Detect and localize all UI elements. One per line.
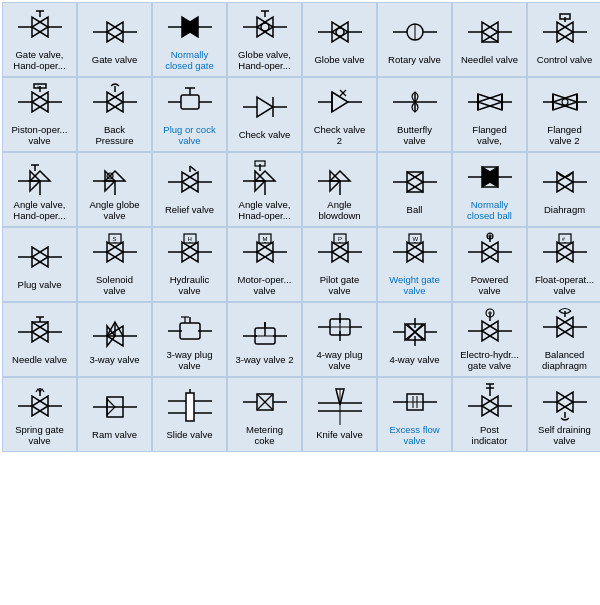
cell-check-valve: Check valve [227,77,302,152]
svg-marker-8 [107,22,123,42]
cell-plug-or-cock: Plug or cock valve [152,77,227,152]
svg-marker-81 [553,94,577,110]
svg-text:M: M [262,236,267,242]
svg-marker-231 [557,317,573,337]
icon-rotary-valve [393,13,437,51]
cell-back-pressure: Back Pressure [77,77,152,152]
svg-marker-235 [32,396,48,416]
label-excess-flow-valve: Excess flow valve [389,424,439,447]
label-plug-or-cock: Plug or cock valve [163,124,215,147]
label-piston-oper-valve: Piston-oper... valve [12,124,68,147]
svg-marker-96 [182,172,198,192]
cell-metering-coke: Metering coke [227,377,302,452]
icon-float-operat-valve: # [543,233,587,271]
svg-marker-182 [32,322,48,342]
cell-excess-flow-valve: Excess flow valve [377,377,452,452]
valve-grid: Gate valve, Hand-oper... Gate valve Norm… [0,0,600,454]
cell-post-indicator: Post indicator [452,377,527,452]
icon-ram-valve [93,388,137,426]
icon-metering-coke [243,383,287,421]
label-needle-valve: Needle valve [12,354,67,365]
svg-marker-80 [553,94,577,110]
cell-check-valve-2: Check valve 2 [302,77,377,152]
label-motor-oper-valve: Motor-oper... valve [238,274,292,297]
label-pilot-gate-valve: Pilot gate valve [320,274,360,297]
cell-angle-valve-hand: Angle valve, Hand-oper... [2,152,77,227]
icon-butterfly-valve [393,83,437,121]
label-flanged-valve: Flanged valve, [472,124,506,147]
svg-text:P: P [338,236,342,242]
cell-ball: Ball [377,152,452,227]
icon-gate-valve-hand [18,8,62,46]
cell-flanged-valve: Flanged valve, [452,77,527,152]
icon-flanged-valve-2 [543,83,587,121]
cell-gate-valve-hand: Gate valve, Hand-oper... [2,2,77,77]
svg-text:W: W [412,236,418,242]
icon-check-valve-2 [318,83,362,121]
cell-gate-valve: Gate valve [77,2,152,77]
svg-marker-236 [32,396,48,416]
svg-point-82 [562,99,568,105]
svg-marker-51 [107,92,123,112]
icon-spring-gate-valve [18,383,62,421]
icon-3way-plug-valve [168,308,212,346]
icon-angle-blowdown [318,158,362,196]
icon-check-valve [243,88,287,126]
svg-marker-153 [332,242,348,262]
svg-marker-146 [257,242,273,262]
cell-diahragm: Diahragm [527,152,600,227]
icon-angle-valve-hand [18,158,62,196]
icon-excess-flow-valve [393,383,437,421]
label-hydraulic-valve: Hydraulic valve [170,274,210,297]
label-powered-valve: Powered valve [471,274,509,297]
svg-marker-161 [407,242,423,262]
label-spring-gate-valve: Spring gate valve [15,424,64,447]
cell-knife-valve: Knife valve [302,377,377,452]
label-globe-valve: Globe valve [314,54,364,65]
icon-plug-or-cock [168,83,212,121]
cell-3way-plug-valve: 3-way plug valve [152,302,227,377]
cell-spring-gate-valve: Spring gate valve [2,377,77,452]
icon-back-pressure [93,83,137,121]
svg-marker-109 [330,171,350,181]
cell-hydraulic-valve: H Hydraulic valve [152,227,227,302]
svg-marker-154 [332,242,348,262]
icon-ball [393,163,437,201]
label-post-indicator: Post indicator [472,424,508,447]
svg-rect-196 [180,323,200,339]
cell-flanged-valve-2: Flanged valve 2 [527,77,600,152]
svg-text:#: # [37,84,39,88]
svg-text:S: S [112,236,116,242]
label-float-operat-valve: Float-operat... valve [535,274,594,297]
cell-angle-blowdown: Angle blowdown [302,152,377,227]
cell-float-operat-valve: # Float-operat... valve [527,227,600,302]
icon-post-indicator [468,383,512,421]
label-slide-valve: Slide valve [167,429,213,440]
label-balanced-diaphragm: Balanced diaphragm [542,349,587,372]
icon-4way-valve [393,313,437,351]
icon-diahragm [543,163,587,201]
cell-4way-valve: 4-way valve [377,302,452,377]
svg-marker-113 [407,172,423,192]
cell-powered-valve: Powered valve [452,227,527,302]
cell-needlel-valve: Needlel valve [452,2,527,77]
svg-rect-243 [186,393,194,421]
label-flanged-valve-2: Flanged valve 2 [547,124,581,147]
svg-marker-86 [30,171,50,181]
svg-marker-60 [257,97,273,117]
icon-weight-gate-valve: W [393,233,437,271]
svg-marker-140 [182,242,198,262]
svg-marker-9 [107,22,123,42]
svg-marker-17 [257,17,273,37]
svg-marker-270 [557,392,573,412]
icon-piston-oper-valve: # [18,83,62,121]
label-check-valve-2: Check valve 2 [314,124,366,147]
label-4way-valve: 4-way valve [389,354,439,365]
svg-point-18 [261,23,269,31]
svg-rect-55 [181,95,199,109]
label-gate-valve: Gate valve [92,54,137,65]
svg-marker-128 [32,247,48,267]
cell-4way-plug-valve: 4-way plug valve [302,302,377,377]
cell-solenoid-valve: S Solenoid valve [77,227,152,302]
label-3way-valve-2: 3-way valve 2 [235,354,293,365]
